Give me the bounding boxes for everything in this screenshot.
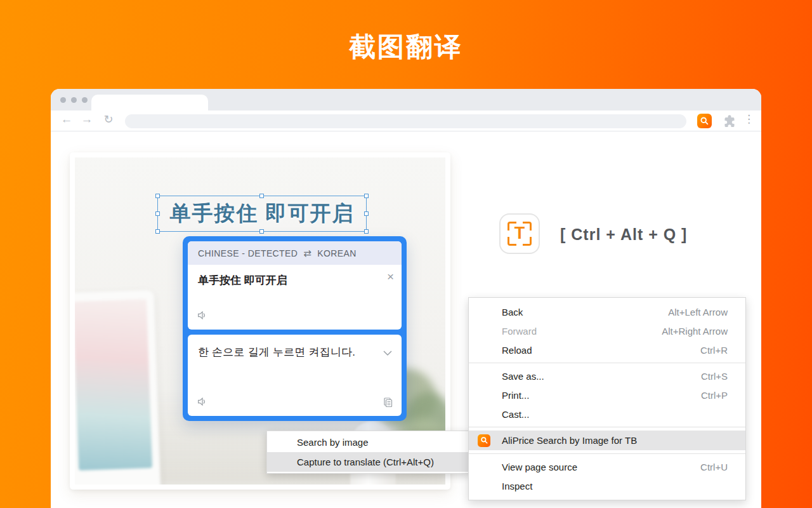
- menu-item-shortcut: Ctrl+U: [700, 462, 728, 472]
- selection-handle[interactable]: [259, 194, 264, 198]
- photo-tablet: [75, 290, 161, 485]
- capture-to-translate-icon: T: [499, 213, 540, 254]
- source-text: 单手按住 即可开启: [188, 265, 402, 288]
- forward-icon[interactable]: →: [79, 112, 95, 126]
- menu-item-shortcut: Alt+Left Arrow: [668, 307, 728, 318]
- selection-handle[interactable]: [364, 229, 369, 234]
- source-language-label[interactable]: CHINESE - DETECTED: [198, 248, 298, 258]
- submenu-item-capture-to-translate[interactable]: Capture to translate (Ctrl+Alt+Q): [267, 452, 470, 472]
- aliprice-extension-button[interactable]: [697, 114, 712, 128]
- speaker-icon[interactable]: [197, 396, 207, 410]
- menu-item-forward: Forward Alt+Right Arrow: [469, 321, 745, 340]
- aliprice-logo-icon: [478, 434, 490, 447]
- reload-icon[interactable]: ↻: [100, 112, 117, 126]
- selection-handle[interactable]: [364, 194, 369, 198]
- address-bar[interactable]: [125, 114, 686, 128]
- menu-item-label: Forward: [502, 326, 537, 337]
- speaker-icon[interactable]: [197, 310, 207, 323]
- source-panel: CHINESE - DETECTED ⇄ KOREAN 单手按住 即可开启 ×: [188, 241, 402, 330]
- browser-toolbar: ← → ↻ ⋮: [51, 110, 761, 131]
- menu-item-shortcut: Ctrl+P: [701, 390, 728, 401]
- translated-text: 한 손으로 길게 누르면 켜집니다.: [188, 335, 402, 359]
- selection-handle[interactable]: [364, 211, 369, 216]
- window-dot-icon: [71, 97, 77, 103]
- translation-popup: CHINESE - DETECTED ⇄ KOREAN 单手按住 即可开启 × …: [183, 236, 407, 421]
- menu-separator: [469, 453, 745, 454]
- selection-handle[interactable]: [155, 211, 160, 216]
- back-icon[interactable]: ←: [58, 112, 75, 126]
- chevron-down-icon[interactable]: [383, 347, 393, 359]
- translation-panel: 한 손으로 길게 누르면 켜집니다.: [188, 335, 402, 416]
- search-icon: [700, 116, 709, 126]
- menu-item-label: Print...: [502, 390, 529, 401]
- selection-handle[interactable]: [259, 229, 264, 234]
- close-icon[interactable]: ×: [387, 271, 394, 283]
- tab-bar: [51, 89, 761, 110]
- extensions-puzzle-icon[interactable]: [723, 114, 736, 127]
- capture-selection-box[interactable]: 单手按住 即可开启: [157, 196, 367, 232]
- menu-item-label: Search by image: [297, 437, 369, 448]
- menu-item-reload[interactable]: Reload Ctrl+R: [469, 340, 745, 359]
- menu-item-label: View page source: [502, 462, 577, 472]
- menu-item-save-as[interactable]: Save as... Ctrl+S: [469, 366, 745, 385]
- menu-item-inspect[interactable]: Inspect: [469, 476, 745, 495]
- menu-item-label: Back: [502, 307, 523, 318]
- menu-item-label: Capture to translate (Ctrl+Alt+Q): [297, 457, 434, 467]
- menu-item-print[interactable]: Print... Ctrl+P: [469, 385, 745, 404]
- menu-item-label: AliPrice Search by Image for TB: [502, 435, 637, 446]
- browser-window: ← → ↻ ⋮: [51, 89, 761, 508]
- page-content: 单手按住 即可开启 CHINESE - DETECTED ⇄ KOREAN 单手…: [51, 131, 761, 508]
- photo-tablet-screen: [75, 299, 152, 471]
- selected-source-text: 单手按住 即可开启: [169, 199, 354, 228]
- menu-item-view-source[interactable]: View page source Ctrl+U: [469, 457, 745, 476]
- menu-item-label: Inspect: [502, 481, 532, 491]
- menu-item-shortcut: Ctrl+R: [700, 345, 728, 356]
- capture-submenu: Search by image Capture to translate (Ct…: [266, 431, 471, 474]
- menu-separator: [469, 363, 745, 363]
- window-dot-icon: [60, 97, 66, 103]
- page-title: 截图翻译: [0, 29, 812, 65]
- menu-item-aliprice[interactable]: AliPrice Search by Image for TB: [469, 431, 745, 450]
- swap-languages-icon[interactable]: ⇄: [303, 248, 311, 259]
- active-tab[interactable]: [91, 95, 208, 110]
- menu-item-back[interactable]: Back Alt+Left Arrow: [469, 302, 745, 321]
- submenu-item-search-by-image[interactable]: Search by image: [267, 432, 470, 452]
- menu-item-shortcut: Alt+Right Arrow: [662, 326, 728, 337]
- shortcut-keys-label: [ Ctrl + Alt + Q ]: [560, 225, 687, 244]
- copy-icon[interactable]: [383, 397, 393, 410]
- menu-item-label: Save as...: [502, 371, 544, 382]
- menu-item-cast[interactable]: Cast...: [469, 404, 745, 424]
- selection-handle[interactable]: [155, 194, 160, 198]
- menu-item-label: Reload: [502, 345, 532, 356]
- context-menu: Back Alt+Left Arrow Forward Alt+Right Ar…: [468, 297, 746, 500]
- menu-item-shortcut: Ctrl+S: [701, 371, 728, 382]
- menu-item-label: Cast...: [502, 409, 529, 420]
- selection-handle[interactable]: [155, 229, 160, 234]
- language-bar: CHINESE - DETECTED ⇄ KOREAN: [188, 241, 402, 265]
- menu-separator: [469, 427, 745, 427]
- window-dot-icon: [82, 97, 88, 103]
- target-language-label[interactable]: KOREAN: [317, 248, 357, 258]
- capture-icon-letter: T: [501, 224, 539, 243]
- browser-menu-kebab-icon[interactable]: ⋮: [743, 112, 754, 126]
